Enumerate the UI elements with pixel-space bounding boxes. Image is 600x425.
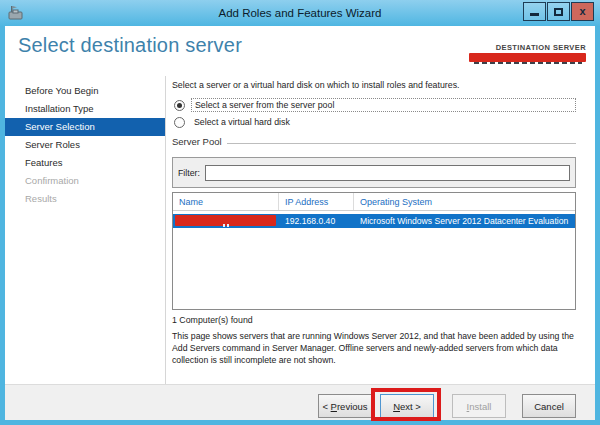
cancel-button[interactable]: Cancel (522, 394, 576, 418)
install-button: Install (452, 394, 506, 418)
sidebar-item-installation-type[interactable]: Installation Type (5, 100, 165, 118)
intro-text: Select a server or a virtual hard disk o… (172, 80, 576, 90)
redaction-destination-server-name (469, 53, 586, 62)
column-header-ip[interactable]: IP Address (279, 193, 354, 210)
radio-label[interactable]: Select a server from the server pool (191, 98, 576, 112)
minimize-button[interactable] (523, 2, 546, 21)
sidebar-divider (165, 76, 166, 384)
redacted-text-remnant (223, 224, 231, 227)
sidebar-item-features[interactable]: Features (5, 154, 165, 172)
maximize-button[interactable] (547, 2, 570, 21)
cell-os: Microsoft Windows Server 2012 Datacenter… (354, 216, 575, 226)
server-manager-icon (8, 5, 24, 21)
cell-name (173, 214, 279, 228)
wizard-window: Add Roles and Features Wizard x Select d… (0, 0, 600, 425)
page-title: Select destination server (18, 34, 242, 57)
server-pool-section: Server Pool (172, 136, 576, 147)
close-icon: x (579, 6, 585, 17)
sidebar-item-server-selection[interactable]: Server Selection (5, 118, 165, 136)
filter-input[interactable] (205, 165, 570, 181)
close-button[interactable]: x (571, 2, 594, 21)
radio-button-icon[interactable] (174, 117, 185, 128)
page-description: This page shows servers that are running… (172, 330, 574, 366)
radio-selected-dot (177, 103, 182, 108)
filter-bar: Filter: (172, 157, 576, 188)
group-rule (227, 143, 576, 144)
sidebar-item-before-you-begin[interactable]: Before You Begin (5, 82, 165, 100)
next-button[interactable]: Next > (380, 394, 434, 418)
cell-ip: 192.168.0.40 (279, 216, 354, 226)
wizard-steps-sidebar: Before You Begin Installation Type Serve… (5, 82, 165, 208)
redacted-text-remnant (474, 62, 582, 64)
window-title: Add Roles and Features Wizard (0, 7, 600, 19)
computers-found-text: 1 Computer(s) found (172, 315, 253, 325)
sidebar-item-server-roles[interactable]: Server Roles (5, 136, 165, 154)
column-header-name[interactable]: Name (173, 193, 279, 210)
table-row-server[interactable]: 192.168.0.40 Microsoft Windows Server 20… (173, 214, 575, 228)
server-pool-table: Name IP Address Operating System 192.168… (172, 192, 576, 310)
footer-bar: < Previous Next > Install Cancel (5, 384, 595, 420)
title-bar[interactable]: Add Roles and Features Wizard x (0, 0, 600, 26)
table-header-row: Name IP Address Operating System (173, 193, 575, 211)
radio-label[interactable]: Select a virtual hard disk (191, 116, 293, 128)
filter-label: Filter: (178, 168, 200, 178)
sidebar-item-results: Results (5, 190, 165, 208)
previous-button[interactable]: < Previous (318, 394, 372, 418)
radio-select-vhd[interactable]: Select a virtual hard disk (172, 116, 576, 128)
radio-select-server-pool[interactable]: Select a server from the server pool (172, 98, 576, 112)
minimize-icon (530, 13, 539, 16)
destination-server-label: DESTINATION SERVER (496, 43, 586, 52)
maximize-icon (554, 8, 563, 16)
server-pool-label: Server Pool (172, 136, 222, 147)
column-header-os[interactable]: Operating System (354, 193, 575, 210)
radio-button-icon[interactable] (174, 100, 185, 111)
wizard-content: Select destination server DESTINATION SE… (5, 26, 595, 420)
sidebar-item-confirmation: Confirmation (5, 172, 165, 190)
